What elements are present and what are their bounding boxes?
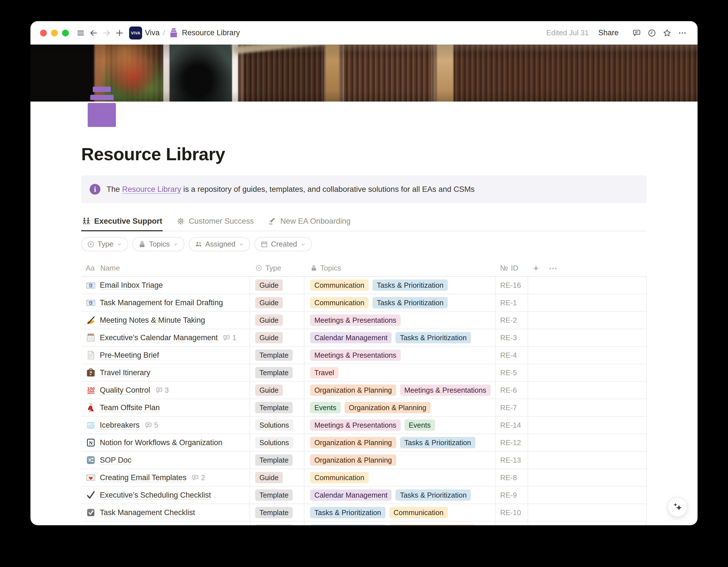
table-row[interactable]: Weekly BriefingTemplateTasks & Prioritiz… — [81, 522, 647, 525]
row-title[interactable]: Travel Itinerary — [100, 369, 150, 377]
topics-cell[interactable]: Tasks & PrioritizationOrganization & Pla… — [305, 522, 496, 525]
type-cell[interactable]: Template — [250, 364, 305, 381]
tab-new-ea-onboarding[interactable]: New EA Onboarding — [267, 214, 351, 231]
ai-assistant-button[interactable] — [667, 497, 688, 517]
comment-count[interactable]: 2 — [191, 474, 205, 482]
type-cell[interactable]: Template — [250, 522, 305, 525]
type-cell[interactable]: Guide — [250, 277, 305, 294]
favorite-star-icon[interactable] — [661, 27, 673, 39]
topics-cell[interactable]: Meetings & PresentationsEvents — [305, 417, 496, 434]
table-row[interactable]: Team Offsite PlanTemplateEventsOrganizat… — [81, 399, 647, 417]
type-cell[interactable]: Guide — [250, 329, 305, 346]
column-header-type[interactable]: Type — [250, 264, 305, 272]
topics-cell[interactable]: Communication — [305, 469, 496, 486]
tab-customer-success[interactable]: Customer Success — [176, 214, 254, 231]
row-title[interactable]: Task Management for Email Drafting — [100, 299, 223, 307]
minimize-button[interactable] — [51, 30, 58, 36]
id-cell[interactable]: RE-10 — [496, 504, 528, 521]
type-cell[interactable]: Solutions — [250, 434, 305, 451]
zoom-button[interactable] — [62, 30, 69, 36]
close-button[interactable] — [40, 30, 47, 36]
history-clock-icon[interactable] — [646, 27, 658, 39]
table-row[interactable]: SOP DocTemplateOrganization & PlanningRE… — [81, 452, 647, 469]
table-row[interactable]: EEmail Inbox TriageGuideCommunicationTas… — [81, 277, 647, 294]
share-button[interactable]: Share — [598, 28, 619, 37]
column-header-topics[interactable]: Topics — [305, 264, 496, 272]
topics-cell[interactable]: Travel — [305, 364, 496, 381]
comment-count[interactable]: 1 — [223, 334, 236, 342]
row-title[interactable]: Meeting Notes & Minute Taking — [100, 316, 205, 325]
row-title[interactable]: Task Management Checklist — [100, 508, 195, 517]
breadcrumb-page[interactable]: Resource Library — [182, 28, 240, 37]
add-column-button[interactable]: + — [533, 262, 539, 273]
page-title[interactable]: Resource Library — [81, 144, 647, 164]
type-cell[interactable]: Guide — [250, 382, 305, 399]
topics-cell[interactable]: CommunicationTasks & Prioritization — [305, 294, 496, 311]
topics-cell[interactable]: Meetings & Presentations — [305, 312, 496, 329]
id-cell[interactable]: RE-11 — [496, 522, 528, 525]
filter-assigned[interactable]: Assigned — [189, 237, 250, 251]
table-row[interactable]: NNotion for Workflows & OrganizationSolu… — [81, 434, 647, 452]
id-cell[interactable]: RE-8 — [496, 469, 528, 486]
id-cell[interactable]: RE-14 — [496, 417, 528, 434]
id-cell[interactable]: RE-6 — [496, 382, 528, 399]
topics-cell[interactable]: Organization & PlanningTasks & Prioritiz… — [305, 434, 496, 451]
table-more-button[interactable]: ⋯ — [549, 263, 558, 273]
workspace-logo[interactable]: VIVA — [129, 27, 142, 39]
table-row[interactable]: Creating Email Templates2GuideCommunicat… — [81, 469, 647, 487]
row-title[interactable]: SOP Doc — [100, 456, 131, 465]
table-row[interactable]: Task Management ChecklistTemplateTasks &… — [81, 504, 647, 522]
topics-cell[interactable]: Calendar ManagementTasks & Prioritizatio… — [305, 329, 496, 346]
row-title[interactable]: Executive’s Calendar Management — [100, 334, 218, 342]
type-cell[interactable]: Solutions — [250, 417, 305, 434]
row-title[interactable]: Creating Email Templates — [100, 473, 186, 482]
comment-count[interactable]: 5 — [145, 421, 158, 429]
comment-count[interactable]: 3 — [155, 386, 169, 394]
row-title[interactable]: Pre-Meeting Brief — [100, 351, 159, 360]
type-cell[interactable]: Template — [250, 399, 305, 416]
filter-topics[interactable]: Topics — [133, 237, 184, 251]
column-header-id[interactable]: № ID — [496, 264, 528, 272]
topics-cell[interactable]: EventsOrganization & Planning — [305, 399, 496, 416]
type-cell[interactable]: Template — [250, 347, 305, 364]
id-cell[interactable]: RE-3 — [496, 329, 528, 346]
topics-cell[interactable]: Organization & Planning — [305, 452, 496, 469]
row-title[interactable]: Quality Control — [100, 386, 150, 395]
id-cell[interactable]: RE-1 — [496, 294, 528, 311]
id-cell[interactable]: RE-7 — [496, 399, 528, 416]
id-cell[interactable]: RE-13 — [496, 452, 528, 469]
id-cell[interactable]: RE-2 — [496, 312, 528, 329]
table-row[interactable]: Meeting Notes & Minute TakingGuideMeetin… — [81, 312, 647, 329]
tab-executive-support[interactable]: Executive Support — [81, 214, 163, 231]
topics-cell[interactable]: Calendar ManagementTasks & Prioritizatio… — [305, 487, 496, 504]
id-cell[interactable]: RE-5 — [496, 364, 528, 381]
id-cell[interactable]: RE-9 — [496, 487, 528, 504]
table-row[interactable]: 100Quality Control3GuideOrganization & P… — [81, 382, 647, 399]
table-row[interactable]: Travel ItineraryTemplateTravelRE-5 — [81, 364, 647, 382]
topics-cell[interactable]: CommunicationTasks & Prioritization — [305, 277, 496, 294]
table-row[interactable]: Icebreakers5SolutionsMeetings & Presenta… — [81, 417, 647, 434]
topics-cell[interactable]: Meetings & Presentations — [305, 347, 496, 364]
topics-cell[interactable]: Organization & PlanningMeetings & Presen… — [305, 382, 496, 399]
forward-arrow-icon[interactable] — [101, 27, 112, 39]
row-title[interactable]: Notion for Workflows & Organization — [100, 438, 222, 447]
row-title[interactable]: Team Offsite Plan — [100, 403, 160, 412]
new-page-icon[interactable] — [114, 27, 125, 39]
type-cell[interactable]: Template — [250, 504, 305, 521]
type-cell[interactable]: Guide — [250, 294, 305, 311]
menu-icon[interactable] — [75, 27, 86, 39]
table-row[interactable]: Executive’s Calendar Management1GuideCal… — [81, 329, 647, 347]
filter-type[interactable]: Type — [81, 237, 128, 251]
type-cell[interactable]: Template — [250, 452, 305, 469]
filter-created[interactable]: Created — [255, 237, 312, 251]
id-cell[interactable]: RE-4 — [496, 347, 528, 364]
callout-link[interactable]: Resource Library — [122, 185, 181, 193]
more-options-icon[interactable] — [677, 27, 688, 39]
column-header-name[interactable]: Aa Name — [81, 264, 250, 272]
row-title[interactable]: Icebreakers — [100, 421, 140, 430]
type-cell[interactable]: Guide — [250, 312, 305, 329]
id-cell[interactable]: RE-12 — [496, 434, 528, 451]
table-row[interactable]: Pre-Meeting BriefTemplateMeetings & Pres… — [81, 347, 647, 364]
table-row[interactable]: Executive’s Scheduling ChecklistTemplate… — [81, 487, 647, 504]
type-cell[interactable]: Guide — [250, 469, 305, 486]
